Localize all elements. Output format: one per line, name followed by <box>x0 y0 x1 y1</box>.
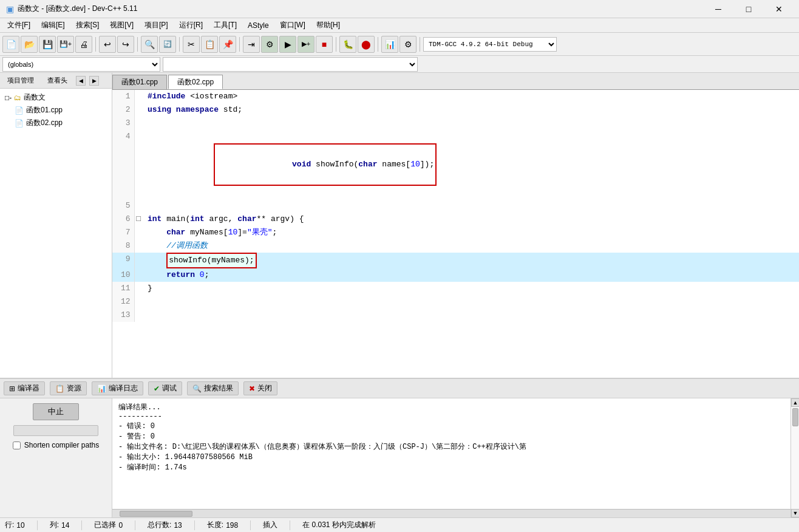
minimize-button[interactable]: ─ <box>704 0 732 18</box>
compiler-select[interactable]: TDM-GCC 4.9.2 64-bit Debug <box>423 37 557 52</box>
toolbar-sep5 <box>336 37 336 52</box>
bottom-tab-bar: ⊞ 编译器 📋 资源 📊 编译日志 ✔ 调试 🔍 搜索结果 ✖ 关闭 <box>0 379 799 398</box>
run-button[interactable]: ▶ <box>279 36 296 53</box>
cut-button[interactable]: ✂ <box>183 36 200 53</box>
sidebar: 项目管理 查看头 ◀ ▶ □- 🗂 函数文 📄 函数01.cpp 📄 函数02.… <box>0 73 112 378</box>
status-parse: 在 0.031 秒内完成解析 <box>302 520 376 530</box>
tree-item-file1[interactable]: 📄 函数01.cpp <box>12 104 109 117</box>
open-button[interactable]: 📂 <box>21 36 38 53</box>
tab-close[interactable]: ✖ 关闭 <box>243 381 277 395</box>
tree-item-file2[interactable]: 📄 函数02.cpp <box>12 117 109 129</box>
function-select[interactable] <box>163 57 418 72</box>
toolbar-sep6 <box>378 37 378 52</box>
status-sel: 已选择 0 <box>94 520 123 530</box>
file-name-1: 函数01.cpp <box>26 105 63 115</box>
output-line-2: ---------- <box>118 412 784 421</box>
compile-progress-bar <box>13 425 98 436</box>
app-icon: ▣ <box>6 4 14 14</box>
close-tab-icon: ✖ <box>249 384 255 393</box>
print-button[interactable]: 🖨 <box>75 36 92 53</box>
menu-window[interactable]: 窗口[W] <box>275 19 310 32</box>
breakpoint-button[interactable]: ⬤ <box>358 36 375 53</box>
len-value: 198 <box>226 521 238 530</box>
settings-button[interactable]: ⚙ <box>399 36 416 53</box>
debug-button[interactable]: 🐛 <box>339 36 356 53</box>
chart-button[interactable]: 📊 <box>381 36 398 53</box>
titlebar: ▣ 函数文 - [函数文.dev] - Dev-C++ 5.11 ─ □ ✕ <box>0 0 799 18</box>
tree-root[interactable]: □- 🗂 函数文 <box>2 91 109 104</box>
menu-help[interactable]: 帮助[H] <box>311 19 345 32</box>
shorten-paths-checkbox[interactable] <box>13 442 21 449</box>
total-value: 13 <box>174 521 182 530</box>
resources-tab-icon: 📋 <box>55 384 64 393</box>
menu-run[interactable]: 运行[R] <box>174 19 208 32</box>
stop-compile-button[interactable]: 中止 <box>33 403 79 420</box>
toolbar-sep2 <box>137 37 138 52</box>
tab-file2[interactable]: 函数02.cpp <box>168 75 223 89</box>
compile-run-button[interactable]: ▶+ <box>298 36 314 53</box>
code-line-6: 6 □ int main(int argc, char** argv) { <box>112 213 799 226</box>
total-label: 总行数: <box>148 520 171 530</box>
replace-button[interactable]: 🔄 <box>159 36 176 53</box>
scrollbar-thumb-h[interactable] <box>120 511 192 517</box>
scroll-down-arrow[interactable]: ▼ <box>791 509 799 517</box>
menu-edit[interactable]: 编辑[E] <box>36 19 70 32</box>
search-results-label: 搜索结果 <box>204 383 233 394</box>
tab-search-results[interactable]: 🔍 搜索结果 <box>187 381 239 395</box>
new-button[interactable]: 📄 <box>2 36 19 53</box>
toolbar-sep3 <box>179 37 180 52</box>
shorten-paths-label[interactable]: Shorten compiler paths <box>13 441 99 449</box>
status-row: 行: 10 <box>5 520 25 530</box>
tree-collapse-icon: □- <box>5 94 12 102</box>
compile-output[interactable]: 编译结果... ---------- - 错误: 0 - 警告: 0 - 输出文… <box>112 398 790 509</box>
sep2 <box>81 520 82 530</box>
search-button[interactable]: 🔍 <box>141 36 158 53</box>
tab-debug[interactable]: ✔ 调试 <box>148 381 182 395</box>
sidebar-tree: □- 🗂 函数文 📄 函数01.cpp 📄 函数02.cpp <box>0 89 112 378</box>
tab-compiler[interactable]: ⊞ 编译器 <box>4 381 45 395</box>
indent-button[interactable]: ⇥ <box>243 36 260 53</box>
copy-button[interactable]: 📋 <box>201 36 218 53</box>
code-table: 1 #include <iostream> 2 using namespace … <box>112 90 799 322</box>
compiler-tab-icon: ⊞ <box>9 384 15 393</box>
compile-log-icon: 📊 <box>97 384 106 393</box>
menu-search[interactable]: 搜索[S] <box>71 19 104 32</box>
tab-resources[interactable]: 📋 资源 <box>50 381 87 395</box>
menu-project[interactable]: 项目[P] <box>140 19 173 32</box>
code-scroll-area[interactable]: 1 #include <iostream> 2 using namespace … <box>112 90 799 378</box>
tab-compile-log[interactable]: 📊 编译日志 <box>92 381 143 395</box>
undo-button[interactable]: ↩ <box>99 36 116 53</box>
bottom-scrollbar-vertical: ▲ ▼ <box>790 398 799 517</box>
paste-button[interactable]: 📌 <box>219 36 236 53</box>
compile-button[interactable]: ⚙ <box>261 36 278 53</box>
maximize-button[interactable]: □ <box>735 0 763 18</box>
menu-view[interactable]: 视图[V] <box>105 19 138 32</box>
ins-label: 插入 <box>263 520 277 530</box>
scroll-up-arrow[interactable]: ▲ <box>791 398 799 407</box>
code-line-4: 4 void showInfo(char names[10]); <box>112 130 799 199</box>
scope-select[interactable]: (globals) <box>2 57 160 72</box>
scroll-thumb-v[interactable] <box>792 408 798 426</box>
sel-value: 0 <box>118 521 123 530</box>
save-all-button[interactable]: 💾+ <box>57 36 74 53</box>
sidebar-tab-classes[interactable]: 查看头 <box>42 74 72 87</box>
redo-button[interactable]: ↪ <box>117 36 134 53</box>
len-label: 长度: <box>207 520 223 530</box>
sidebar-left-arrow[interactable]: ◀ <box>76 76 86 86</box>
code-line-8: 8 //调用函数 <box>112 239 799 253</box>
menu-file[interactable]: 文件[F] <box>2 19 35 32</box>
menubar: 文件[F] 编辑[E] 搜索[S] 视图[V] 项目[P] 运行[R] 工具[T… <box>0 18 799 33</box>
close-button[interactable]: ✕ <box>765 0 793 18</box>
stop-button[interactable]: ■ <box>316 36 333 53</box>
project-name: 函数文 <box>24 92 46 103</box>
tab-file1[interactable]: 函数01.cpp <box>112 75 167 89</box>
sidebar-right-arrow[interactable]: ▶ <box>89 76 99 86</box>
editor-tabbar: 函数01.cpp 函数02.cpp <box>112 73 799 90</box>
menu-tools[interactable]: 工具[T] <box>209 19 242 32</box>
status-ins: 插入 <box>263 520 277 530</box>
menu-astyle[interactable]: AStyle <box>243 20 274 31</box>
save-button[interactable]: 💾 <box>39 36 56 53</box>
code-line-5: 5 <box>112 199 799 213</box>
bottom-scrollbar-horizontal[interactable] <box>112 509 790 517</box>
sidebar-tab-project[interactable]: 项目管理 <box>2 74 39 87</box>
